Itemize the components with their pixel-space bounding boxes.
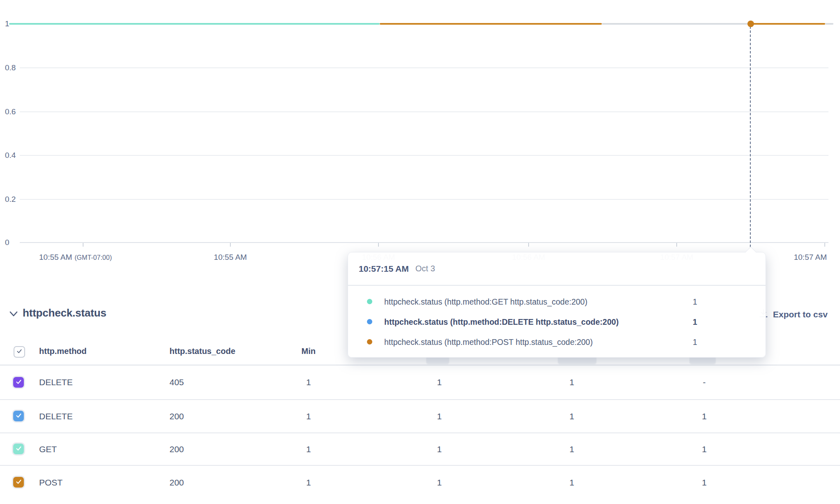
y-axis-label: 0.4 [5,151,16,160]
tooltip-series-value: 1 [693,314,697,330]
cell-value: 1 [415,466,464,499]
table-row-delete-405: DELETE 405 1 1 1 - [0,365,840,399]
cell-value: 1 [680,466,729,499]
cell-value: 1 [547,466,596,499]
line-segment-dimmed [825,23,833,25]
tooltip-series-label: httpcheck.status (http.method:DELETE htt… [384,314,619,330]
check-icon [15,378,22,387]
tooltip-series-row-get: httpcheck.status (http.method:GET http.s… [348,294,766,310]
timezone-suffix: (GMT-07:00) [74,254,112,261]
x-axis-tick [824,243,825,247]
x-axis-time: 10:55 AM [39,253,72,261]
cell-min: 1 [284,400,333,432]
cell-http-method: DELETE [39,400,73,432]
cell-value: 1 [415,433,464,465]
tooltip-divider [348,285,766,286]
check-icon [15,478,22,487]
gridline [20,199,828,200]
x-axis-tick [378,243,379,247]
cell-value: 1 [415,365,464,399]
gridline [20,67,828,68]
x-axis-baseline [20,242,828,243]
chevron-down-icon [9,312,19,319]
line-segment-post-200 [752,23,825,25]
tooltip-series-label: httpcheck.status (http.method:POST http.… [384,334,593,350]
gridline [20,111,828,112]
cell-min: 1 [284,433,333,465]
series-color-dot-teal [367,299,372,304]
check-icon [15,445,22,453]
tooltip-series-label: httpcheck.status (http.method:GET http.s… [384,294,587,310]
tooltip-series-value: 1 [693,294,697,310]
column-header-http-status-code[interactable]: http.status_code [169,337,235,365]
tooltip-series-row-delete: httpcheck.status (http.method:DELETE htt… [348,314,766,330]
export-to-csv-label: Export to csv [773,310,828,319]
column-header-min[interactable]: Min [284,337,333,365]
row-checkbox-post-200[interactable] [13,477,24,488]
row-checkbox-delete-200[interactable] [13,411,24,421]
select-all-checkbox[interactable] [14,346,25,358]
hover-point-marker [747,21,754,27]
x-axis-tick [83,243,84,247]
y-axis-label: 0.2 [5,195,16,203]
tooltip-header: 10:57:15 AM Oct 3 [359,252,435,285]
table-row-delete-200: DELETE 200 1 1 1 1 [0,400,840,432]
hover-crosshair-line [750,26,751,247]
series-color-dot-orange [367,339,372,344]
series-color-dot-blue [367,319,372,324]
check-icon [16,348,23,356]
cell-http-status-code: 200 [169,433,184,465]
x-axis-label: 10:55 AM [214,252,247,263]
line-segment-get-200 [9,23,380,25]
line-segment-dimmed [602,23,751,25]
x-axis-label: 10:57 AM [794,252,827,263]
cell-value: 1 [680,433,729,465]
tooltip-time: 10:57:15 AM [359,264,409,274]
chart-hover-tooltip: 10:57:15 AM Oct 3 httpcheck.status (http… [348,252,766,358]
tooltip-date: Oct 3 [415,264,435,273]
table-row-post-200: POST 200 1 1 1 1 [0,466,840,499]
x-axis-tick [528,243,529,247]
row-checkbox-delete-405[interactable] [13,377,24,388]
collapse-section-toggle[interactable] [9,310,19,319]
export-to-csv-button[interactable]: Export to csv [758,308,828,321]
x-axis-tick [230,243,231,247]
y-axis-label: 0.6 [5,108,16,116]
tooltip-series-row-post: httpcheck.status (http.method:POST http.… [348,334,766,350]
cell-http-status-code: 200 [169,466,184,499]
y-axis-label: 0.8 [5,64,16,72]
cell-value: 1 [547,433,596,465]
cell-http-method: GET [39,433,57,465]
cell-http-status-code: 405 [169,365,184,399]
cell-min: 1 [284,365,333,399]
column-header-http-method[interactable]: http.method [39,337,87,365]
gridline [20,155,828,156]
timeseries-chart[interactable]: 1 0.8 0.6 0.4 0.2 0 10:55 AM(GMT-07:00) … [0,0,840,267]
line-segment-post-200 [380,23,602,25]
x-axis-label: 10:55 AM(GMT-07:00) [39,252,112,263]
y-axis-label: 0 [5,238,9,247]
cell-value: - [680,365,729,399]
cell-value: 1 [415,400,464,432]
section-title: httpcheck.status [23,307,106,319]
tooltip-series-value: 1 [693,334,697,350]
cell-min: 1 [284,466,333,499]
cell-http-method: DELETE [39,365,73,399]
cell-http-method: POST [39,466,63,499]
cell-http-status-code: 200 [169,400,184,432]
cell-value: 1 [547,400,596,432]
cell-value: 1 [547,365,596,399]
table-row-get-200: GET 200 1 1 1 1 [0,433,840,465]
x-axis-tick [676,243,677,247]
cell-value: 1 [680,400,729,432]
row-checkbox-get-200[interactable] [13,444,24,454]
check-icon [15,412,22,421]
metrics-explorer-panel: 1 0.8 0.6 0.4 0.2 0 10:55 AM(GMT-07:00) … [0,0,840,504]
y-axis-label: 1 [5,20,9,28]
